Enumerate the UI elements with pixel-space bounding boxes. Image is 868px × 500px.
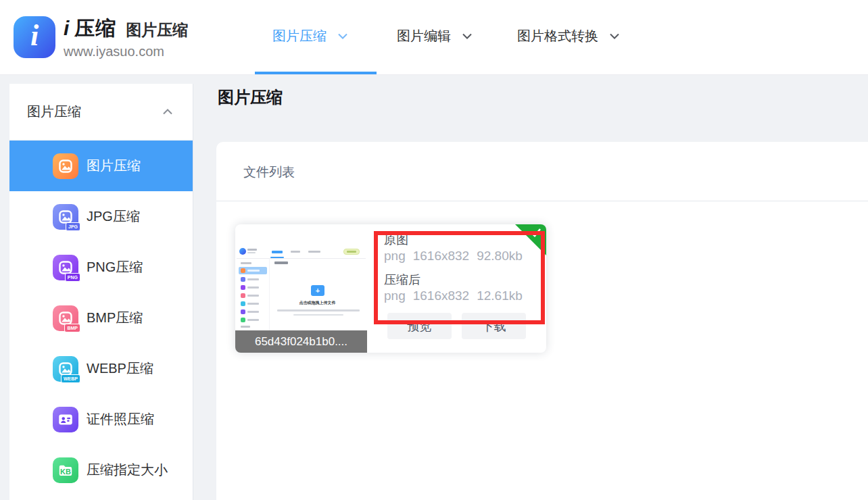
mini-upload-plus-button: + [311, 285, 324, 296]
folder-kb-label: KB [53, 457, 78, 483]
folder-kb-icon: KB [53, 457, 78, 483]
sidebar-item-jpg-compress[interactable]: JPG JPG压缩 [9, 191, 193, 242]
thumbnail-mini-screenshot: + 点击或拖拽上传文件 [237, 245, 366, 331]
png-compress-icon: PNG [53, 255, 78, 280]
sidebar-item-png-compress[interactable]: PNG PNG压缩 [9, 242, 193, 293]
mini-upload-text: 点击或拖拽上传文件 [269, 300, 366, 306]
sidebar-item-bmp-compress[interactable]: BMP BMP压缩 [9, 293, 193, 343]
mini-page-title-bar [274, 261, 288, 264]
mini-icon [241, 285, 245, 290]
brand-text: i 压缩 图片压缩 www.iyasuo.com [64, 15, 188, 59]
mini-brand-bar [247, 252, 256, 253]
mini-nav-active-bar [272, 251, 283, 253]
mini-icon [241, 293, 245, 298]
brand-logo-block[interactable]: i i 压缩 图片压缩 www.iyasuo.com [14, 15, 188, 59]
nav-tab-label: 图片格式转换 [517, 27, 598, 45]
chevron-up-icon [163, 109, 172, 115]
mini-item-bar [247, 286, 259, 289]
mini-item-bar [247, 278, 259, 280]
annotation-highlight-box [374, 231, 545, 324]
nav-tab-image-compress[interactable]: 图片压缩 [272, 26, 347, 46]
brand-url: www.iyasuo.com [64, 44, 188, 59]
panel-divider [216, 201, 868, 201]
mini-sidebar-group-bar [241, 326, 250, 328]
chevron-down-icon [462, 33, 472, 39]
icon-badge: WEBP [61, 374, 80, 383]
mini-caption-bar [293, 314, 343, 316]
brand-product: 图片压缩 [126, 20, 188, 41]
file-list-title: 文件列表 [243, 164, 295, 181]
app-logo-icon: i [14, 16, 55, 58]
mini-item-bar [247, 303, 259, 305]
nav-tab-format-convert[interactable]: 图片格式转换 [517, 26, 619, 46]
webp-compress-icon: WEBP [53, 356, 78, 382]
logo-letter: i [30, 21, 39, 53]
chevron-down-icon [610, 33, 619, 39]
mini-item-bar [247, 295, 259, 297]
sidebar-item-label: WEBP压缩 [87, 359, 153, 378]
mini-action-pill [343, 249, 360, 255]
mini-caption-bar [277, 309, 360, 311]
mini-icon [241, 318, 245, 322]
sidebar-item-image-compress[interactable]: 图片压缩 [9, 141, 193, 191]
mini-header-divider [237, 258, 366, 259]
app-header: i i 压缩 图片压缩 www.iyasuo.com 图片压缩 图片编辑 图片格… [0, 0, 868, 75]
icon-badge: PNG [65, 273, 80, 282]
file-name: 65d43f024b1b0.... [235, 330, 367, 353]
image-compress-icon [53, 153, 78, 179]
mini-icon [241, 277, 245, 282]
sidebar-group-title: 图片压缩 [27, 103, 81, 121]
nav-tab-image-edit[interactable]: 图片编辑 [397, 26, 472, 46]
icon-badge: JPG [66, 222, 80, 231]
mini-brand-bar [247, 249, 257, 251]
mini-icon [241, 268, 245, 273]
file-thumbnail[interactable]: + 点击或拖拽上传文件 65d43f024b1b0.... [235, 224, 367, 353]
nav-tab-label: 图片编辑 [397, 27, 451, 45]
sidebar-item-label: PNG压缩 [87, 258, 143, 276]
mini-nav-bar [291, 251, 300, 253]
sidebar-item-idphoto-compress[interactable]: 证件照压缩 [9, 394, 193, 445]
sidebar-item-label: JPG压缩 [87, 207, 140, 226]
sidebar-item-webp-compress[interactable]: WEBP WEBP压缩 [9, 343, 193, 394]
bmp-compress-icon: BMP [53, 305, 78, 331]
brand-title: 压缩 [74, 15, 116, 43]
jpg-compress-icon: JPG [53, 204, 78, 230]
mini-item-bar [247, 270, 260, 272]
sidebar-item-label: 证件照压缩 [87, 410, 154, 428]
id-photo-icon [53, 407, 78, 432]
sidebar-group-header[interactable]: 图片压缩 [9, 84, 193, 141]
sidebar-item-label: BMP压缩 [87, 309, 143, 327]
sidebar: 图片压缩 图片压缩 JPG JPG压缩 PNG PNG压缩 BMP BMP压缩 [9, 84, 193, 500]
mini-sidebar-group-bar [241, 262, 251, 264]
mini-nav-bar [308, 251, 320, 253]
active-tab-underline [255, 72, 377, 74]
file-card: + 点击或拖拽上传文件 65d43f024b1b0.... 原图 png1616… [235, 224, 546, 353]
page-title: 图片压缩 [218, 86, 283, 108]
mini-logo-icon [239, 248, 246, 255]
sidebar-item-label: 图片压缩 [87, 157, 141, 175]
sidebar-item-compress-to-size[interactable]: KB 压缩指定大小 [9, 445, 193, 495]
mini-icon [241, 309, 245, 314]
brand-title-prefix: i [64, 17, 69, 40]
mini-item-bar [247, 311, 259, 313]
mini-icon [241, 301, 245, 306]
nav-tab-label: 图片压缩 [272, 27, 327, 45]
chevron-down-icon [338, 33, 347, 39]
file-list-panel: 文件列表 [216, 142, 868, 500]
sidebar-item-label: 压缩指定大小 [87, 461, 168, 479]
icon-badge: BMP [64, 324, 80, 332]
mini-item-bar [247, 319, 259, 321]
mini-sidebar-divider [269, 258, 270, 331]
